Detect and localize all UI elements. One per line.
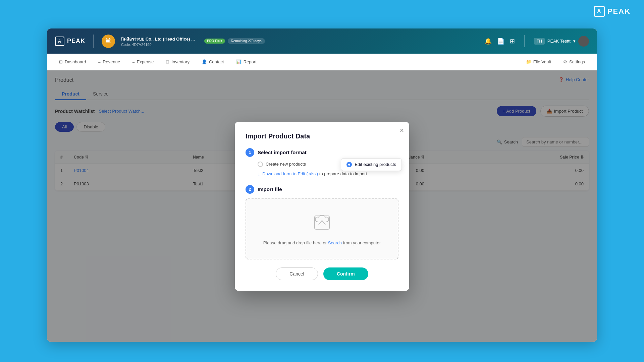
nav-dashboard[interactable]: ⊞ Dashboard — [54, 57, 92, 67]
top-logo-text: PEAK — [607, 7, 631, 16]
revenue-icon: ≡ — [98, 59, 101, 64]
pro-plus-badge: PRO Plus — [204, 39, 225, 44]
nav-file-vault-label: File Vault — [533, 59, 551, 64]
settings-icon: ⚙ — [563, 59, 567, 64]
file-vault-icon: 📁 — [526, 59, 531, 64]
dashboard-icon: ⊞ — [59, 59, 63, 64]
step-1-section: 1 Select import format Create new produc… — [246, 148, 398, 177]
nav-report-label: Report — [244, 59, 257, 64]
modal-footer: Cancel Confirm — [246, 267, 398, 280]
tooltip-label: Edit existing products — [355, 162, 396, 167]
radio-circle-edit — [346, 162, 352, 167]
import-modal: × Import Product Data 1 Select import fo… — [235, 122, 409, 291]
search-file-link[interactable]: Search — [328, 240, 343, 245]
nav-settings[interactable]: ⚙ Settings — [558, 57, 590, 67]
nav-inventory[interactable]: ⊡ Inventory — [160, 57, 195, 67]
drop-zone[interactable]: Please drag and drop file here or Search… — [246, 198, 398, 259]
step-2-title: Import file — [258, 186, 282, 192]
header-icons: 🔔 📄 ⊞ — [484, 38, 515, 45]
document-icon[interactable]: 📄 — [497, 38, 504, 45]
app-window: A PEAK 🏛 กิดสิอรระบบ Co., Ltd (Head Offi… — [47, 28, 597, 342]
nav-settings-label: Settings — [569, 59, 585, 64]
step-1-title: Select import format — [258, 149, 307, 155]
step-1-header: 1 Select import format — [246, 148, 398, 157]
radio-create-label: Create new products — [266, 162, 306, 167]
radio-circle-create — [258, 162, 263, 167]
header-divider — [93, 35, 94, 48]
nav-contact[interactable]: 👤 Contact — [196, 57, 229, 67]
upload-cloud-icon — [253, 213, 391, 236]
download-link-text: Download form to Edit (.xlsx) — [262, 171, 318, 176]
download-xlsx-link[interactable]: Download form to Edit (.xlsx) — [262, 171, 319, 176]
avatar: 🏛 — [102, 35, 115, 48]
main-content: ❓ Help Center Product Product Service Pr… — [47, 70, 597, 342]
confirm-button[interactable]: Confirm — [323, 267, 368, 280]
user-name: PEAK Testtt — [547, 39, 571, 44]
radio-options: Create new products Edit existing produc… — [258, 162, 398, 167]
nav-file-vault[interactable]: 📁 File Vault — [521, 57, 556, 67]
header-logo-name: PEAK — [67, 38, 85, 45]
user-dropdown-icon[interactable]: ▾ — [573, 39, 576, 44]
nav-expense-label: Expense — [137, 59, 154, 64]
modal-overlay: × Import Product Data 1 Select import fo… — [47, 70, 597, 342]
radio-create-new[interactable]: Create new products — [258, 162, 306, 167]
step-2-circle: 2 — [246, 185, 254, 194]
header-logo-box: A — [55, 37, 64, 46]
app-header: A PEAK 🏛 กิดสิอรระบบ Co., Ltd (Head Offi… — [47, 28, 597, 54]
expense-icon: ≡ — [132, 59, 135, 64]
report-icon: 📊 — [236, 59, 241, 64]
company-code: Code: 4D7A24190 — [121, 43, 195, 47]
download-suffix: to prepare data to import — [319, 171, 367, 176]
step-2-section: 2 Import file — [246, 185, 398, 259]
user-avatar[interactable] — [578, 36, 589, 47]
nav-revenue-label: Revenue — [103, 59, 120, 64]
step-1-circle: 1 — [246, 148, 254, 157]
nav-dashboard-label: Dashboard — [65, 59, 86, 64]
nav-inventory-label: Inventory — [171, 59, 189, 64]
nav-report[interactable]: 📊 Report — [231, 57, 262, 67]
company-name: กิดสิอรระบบ Co., Ltd (Head Office) ... — [121, 36, 195, 43]
download-link: ↓ Download form to Edit (.xlsx) to prepa… — [258, 171, 398, 177]
nav-contact-label: Contact — [209, 59, 224, 64]
bell-icon[interactable]: 🔔 — [484, 38, 492, 45]
drop-zone-text: Please drag and drop file here or Search… — [253, 240, 391, 245]
modal-close-button[interactable]: × — [400, 127, 404, 134]
grid-icon[interactable]: ⊞ — [510, 38, 515, 45]
inventory-icon: ⊡ — [166, 59, 169, 64]
option-tooltip: Edit existing products — [341, 158, 402, 171]
header-logo: A PEAK — [55, 37, 85, 46]
header-company-info: 🏛 กิดสิอรระบบ Co., Ltd (Head Office) ...… — [102, 35, 195, 48]
header-user: TH PEAK Testtt ▾ — [534, 36, 589, 47]
top-logo-box: A — [594, 6, 605, 17]
contact-icon: 👤 — [202, 59, 207, 64]
cancel-button[interactable]: Cancel — [276, 267, 318, 280]
step-2-header: 2 Import file — [246, 185, 398, 194]
nav-revenue[interactable]: ≡ Revenue — [93, 57, 126, 67]
remaining-badge: Remaining 270 days — [228, 38, 265, 44]
nav-expense[interactable]: ≡ Expense — [127, 57, 159, 67]
nav-bar: ⊞ Dashboard ≡ Revenue ≡ Expense ⊡ Invent… — [47, 54, 597, 70]
lang-badge[interactable]: TH — [534, 38, 545, 45]
modal-title: Import Product Data — [246, 132, 398, 140]
download-arrow-icon: ↓ — [258, 171, 260, 177]
top-right-logo: A PEAK — [594, 6, 631, 17]
